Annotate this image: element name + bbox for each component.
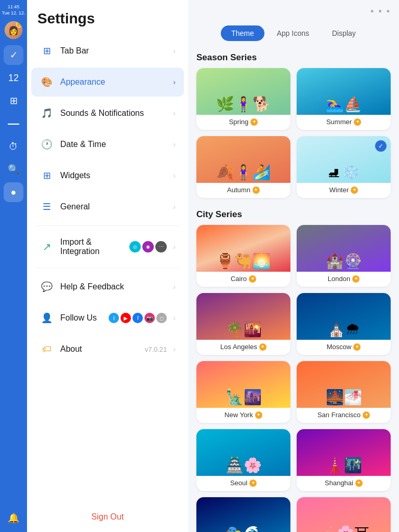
settings-item-widgets[interactable]: ⊞ Widgets ›	[31, 161, 184, 190]
seoul-pro-badge: ✦	[249, 480, 257, 487]
theme-card-san-francisco[interactable]: 🌉🌁 San Francisco ✦	[297, 361, 391, 423]
season-series-title: Season Series	[188, 47, 399, 68]
widgets-label: Widgets	[60, 171, 167, 180]
la-label: Los Angeles ✦	[196, 340, 290, 355]
sydney-illustration: 🎭🌊	[196, 497, 290, 532]
date-time-chevron: ›	[173, 140, 176, 149]
grid-nav-icon[interactable]: ⊞	[4, 91, 23, 111]
new-york-image: 🗽🌆	[196, 361, 290, 408]
theme-card-autumn[interactable]: 🍂🧍‍♀️🏄 Autumn ✦	[196, 136, 290, 198]
date-time-icon: 🕐	[39, 137, 54, 152]
other-social-icon: ◻	[156, 313, 167, 323]
tab-theme[interactable]: Theme	[221, 25, 264, 41]
theme-card-moscow[interactable]: ⛪🌨 Moscow ✦	[297, 293, 391, 355]
cairo-pro-badge: ✦	[249, 275, 256, 283]
bell-nav-icon[interactable]: 🔔	[4, 508, 23, 528]
checkmark-nav-icon[interactable]: ✓	[4, 45, 23, 65]
sf-image: 🌉🌁	[297, 361, 391, 408]
minus-nav-icon[interactable]: —	[4, 114, 23, 134]
search-nav-icon[interactable]: 🔍	[4, 159, 23, 179]
settings-item-import[interactable]: ↗ Import & Integration ◎ ◉ ⋯ ›	[31, 230, 184, 263]
cairo-image: 🏺🐫🌅	[196, 225, 290, 272]
help-chevron: ›	[173, 283, 176, 291]
date-time-label: Date & Time	[60, 140, 167, 149]
london-label: London ✦	[297, 272, 391, 287]
theme-card-new-york[interactable]: 🗽🌆 New York ✦	[196, 361, 290, 423]
appearance-chevron: ›	[173, 78, 176, 86]
settings-item-about[interactable]: 🏷 About v7.0.21 ›	[31, 335, 184, 364]
tab-display[interactable]: Display	[322, 25, 366, 41]
spring-illustration: 🌿🧍‍♀️🐕	[196, 68, 290, 115]
settings-item-general[interactable]: ☰ General ›	[31, 192, 184, 221]
follow-us-icon: 👤	[39, 311, 54, 325]
spring-image: 🌿🧍‍♀️🐕	[196, 68, 290, 115]
divider-1	[35, 225, 180, 226]
integration-icon-1: ◎	[129, 241, 141, 252]
calendar-nav-icon[interactable]: 12	[4, 68, 23, 88]
sf-label: San Francisco ✦	[297, 408, 391, 423]
sounds-icon: 🎵	[39, 106, 54, 121]
theme-card-la[interactable]: 🌴🌇 Los Angeles ✦	[196, 293, 290, 355]
import-chevron: ›	[173, 243, 176, 251]
date-display: Tue 12. 12.	[2, 10, 25, 17]
summer-illustration: 🏊‍♀️⛵	[297, 68, 391, 115]
la-pro-badge: ✦	[259, 343, 267, 351]
settings-item-sounds[interactable]: 🎵 Sounds & Notifications ›	[31, 99, 184, 128]
theme-card-shanghai[interactable]: 🗼🌃 Shanghai ✦	[297, 429, 391, 491]
seoul-illustration: 🏯🌸	[196, 429, 290, 476]
settings-item-date-time[interactable]: 🕐 Date & Time ›	[31, 130, 184, 159]
tab-bar-chevron: ›	[173, 47, 176, 55]
sydney-image: 🎭🌊	[196, 497, 290, 532]
divider-2	[35, 268, 180, 268]
general-label: General	[60, 202, 167, 211]
winter-selected-badge: ✓	[375, 140, 387, 152]
avatar[interactable]: 👩	[5, 21, 22, 39]
shanghai-illustration: 🗼🌃	[297, 429, 391, 476]
theme-card-winter[interactable]: ✓ ⛸❄️ Winter ✦	[297, 136, 391, 198]
dots-menu[interactable]: • • •	[370, 6, 391, 17]
winter-image: ✓ ⛸❄️	[297, 136, 391, 183]
about-label: About	[60, 344, 139, 354]
tab-bar-icon: ⊞	[39, 44, 54, 58]
theme-card-summer[interactable]: 🏊‍♀️⛵ Summer ✦	[297, 68, 391, 130]
settings-item-help[interactable]: 💬 Help & Feedback ›	[31, 272, 184, 301]
settings-item-follow-us[interactable]: 👤 Follow Us t ▶ f 📷 ◻ ›	[31, 303, 184, 332]
import-right: ◎ ◉ ⋯	[129, 241, 167, 252]
moscow-image: ⛪🌨	[297, 293, 391, 340]
shanghai-label: Shanghai ✦	[297, 476, 391, 491]
status-bar: 11:45 Tue 12. 12.	[2, 4, 25, 16]
autumn-label: Autumn ✦	[196, 183, 290, 198]
tab-app-icons[interactable]: App Icons	[267, 25, 320, 41]
shanghai-pro-badge: ✦	[355, 480, 363, 487]
theme-card-tokyo[interactable]: 🗻🌸⛩ Tokyo ✦	[297, 497, 391, 532]
sf-pro-badge: ✦	[363, 411, 370, 419]
settings-nav-icon[interactable]: ●	[4, 182, 23, 202]
theme-card-seoul[interactable]: 🏯🌸 Seoul ✦	[196, 429, 290, 491]
new-york-illustration: 🗽🌆	[196, 361, 290, 408]
theme-card-spring[interactable]: 🌿🧍‍♀️🐕 Spring ✦	[196, 68, 290, 130]
season-theme-grid: 🌿🧍‍♀️🐕 Spring ✦ 🏊‍♀️⛵ Summer ✦ 🍂🧍‍♀️🏄 Au…	[188, 68, 399, 204]
summer-image: 🏊‍♀️⛵	[297, 68, 391, 115]
widgets-chevron: ›	[173, 171, 176, 180]
la-image: 🌴🌇	[196, 293, 290, 340]
tab-bar-label: Tab Bar	[60, 46, 167, 56]
sign-out-button[interactable]: Sign Out	[27, 502, 188, 532]
summer-label: Summer ✦	[297, 115, 391, 130]
london-image: 🏰🎡	[297, 225, 391, 272]
youtube-icon: ▶	[121, 313, 131, 323]
theme-card-london[interactable]: 🏰🎡 London ✦	[297, 225, 391, 287]
follow-us-chevron: ›	[173, 314, 176, 322]
moscow-illustration: ⛪🌨	[297, 293, 391, 340]
settings-item-appearance[interactable]: 🎨 Appearance ›	[31, 68, 184, 97]
integration-icons: ◎ ◉ ⋯	[129, 241, 167, 252]
sounds-label: Sounds & Notifications	[60, 109, 167, 118]
integration-icon-2: ◉	[142, 241, 154, 252]
theme-header: • • •	[188, 0, 399, 21]
theme-card-sydney[interactable]: 🎭🌊 Sydney ✦	[196, 497, 290, 532]
clock-nav-icon[interactable]: ⏱	[4, 137, 23, 156]
theme-card-cairo[interactable]: 🏺🐫🌅 Cairo ✦	[196, 225, 290, 287]
settings-item-tab-bar[interactable]: ⊞ Tab Bar ›	[31, 36, 184, 65]
icon-sidebar: 11:45 Tue 12. 12. 👩 ✓ 12 ⊞ — ⏱ 🔍 ● 🔔	[0, 0, 27, 532]
general-chevron: ›	[173, 203, 176, 211]
autumn-image: 🍂🧍‍♀️🏄	[196, 136, 290, 183]
